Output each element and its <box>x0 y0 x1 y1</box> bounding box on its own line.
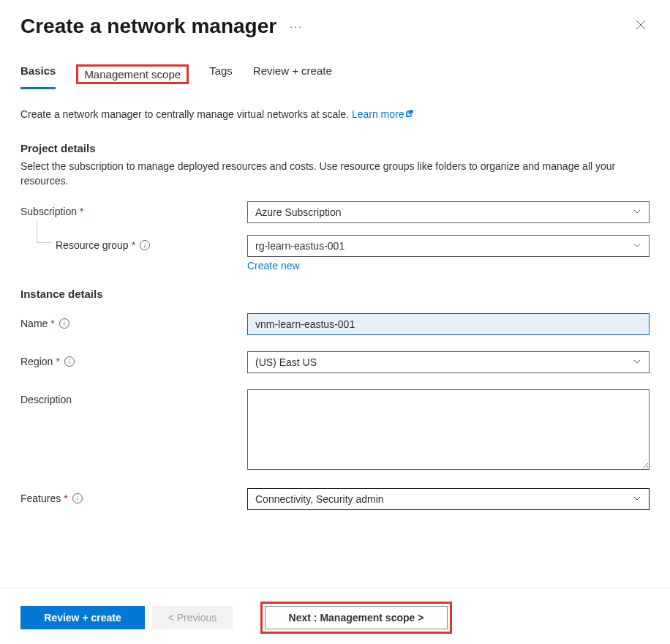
instance-details-heading: Instance details <box>20 288 650 300</box>
intro-text-content: Create a network manager to centrally ma… <box>20 108 352 120</box>
chevron-down-icon <box>633 356 641 368</box>
chevron-down-icon <box>633 240 641 252</box>
name-input[interactable] <box>247 313 650 335</box>
info-icon[interactable]: i <box>64 356 75 367</box>
region-label: Region* i <box>20 351 247 367</box>
tab-review-create[interactable]: Review + create <box>253 64 332 89</box>
features-label: Features* i <box>20 488 247 504</box>
external-link-icon <box>405 107 414 116</box>
tab-management-scope[interactable]: Management scope <box>76 64 189 84</box>
region-dropdown[interactable]: (US) East US <box>247 351 650 373</box>
required-indicator: * <box>56 356 59 367</box>
name-label: Name* i <box>20 313 247 329</box>
chevron-down-icon <box>633 493 641 505</box>
ellipsis-icon[interactable]: ··· <box>290 20 303 32</box>
create-new-link[interactable]: Create new <box>247 260 300 272</box>
intro-text: Create a network manager to centrally ma… <box>20 107 650 121</box>
page-title: Create a network manager <box>20 15 276 38</box>
learn-more-link[interactable]: Learn more <box>352 108 415 120</box>
chevron-down-icon <box>633 206 641 218</box>
next-button[interactable]: Next : Management scope > <box>265 606 448 629</box>
required-indicator: * <box>132 239 135 251</box>
region-value: (US) East US <box>255 356 317 368</box>
subscription-value: Azure Subscription <box>255 206 342 218</box>
previous-button: < Previous <box>152 606 233 629</box>
project-details-heading: Project details <box>20 142 650 154</box>
resource-group-value: rg-learn-eastus-001 <box>255 240 345 252</box>
features-dropdown[interactable]: Connectivity, Security admin <box>247 488 650 510</box>
resource-group-dropdown[interactable]: rg-learn-eastus-001 <box>247 235 650 257</box>
info-icon[interactable]: i <box>59 318 69 329</box>
info-icon[interactable]: i <box>140 240 150 250</box>
features-value: Connectivity, Security admin <box>255 493 384 505</box>
resource-group-label: Resource group* i <box>20 235 247 251</box>
subscription-label: Subscription* <box>20 201 247 217</box>
tab-basics[interactable]: Basics <box>20 64 56 89</box>
tab-bar: Basics Management scope Tags Review + cr… <box>0 47 670 89</box>
info-icon[interactable]: i <box>72 493 83 503</box>
required-indicator: * <box>50 318 54 329</box>
close-icon[interactable] <box>632 19 650 34</box>
next-button-highlight: Next : Management scope > <box>260 602 452 634</box>
required-indicator: * <box>64 493 67 504</box>
description-label: Description <box>20 389 247 405</box>
tab-tags[interactable]: Tags <box>209 64 233 89</box>
review-create-button[interactable]: Review + create <box>20 606 145 629</box>
required-indicator: * <box>80 206 83 217</box>
description-textarea[interactable] <box>247 389 650 470</box>
subscription-dropdown[interactable]: Azure Subscription <box>247 201 650 223</box>
project-details-desc: Select the subscription to manage deploy… <box>20 159 650 188</box>
footer-bar: Review + create < Previous Next : Manage… <box>0 588 670 644</box>
